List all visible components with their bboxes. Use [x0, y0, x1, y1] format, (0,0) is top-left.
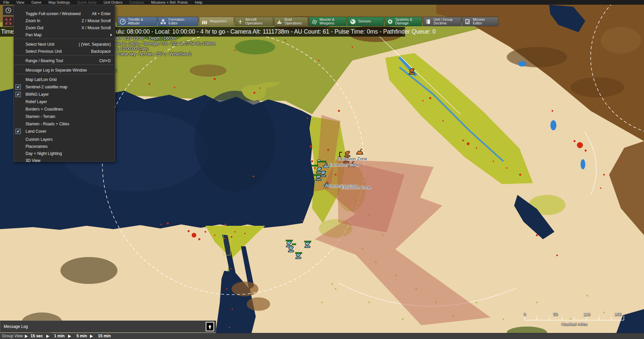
time-speed-15-min[interactable]: 15 min: [98, 333, 111, 339]
unit-marker-dish[interactable]: [316, 166, 322, 173]
claws-icon: [311, 18, 317, 25]
toolbar-button-label: AircraftOperations: [245, 18, 262, 26]
speed-arrow-icon[interactable]: [46, 335, 49, 338]
unit-status-bar: [313, 174, 319, 176]
time-compression-bar: Group View 15 sec1 min5 min15 min: [0, 333, 644, 339]
map-info-line: 40", E27°12'38" - Depth: -1603m: [116, 36, 177, 41]
message-log-expand-button[interactable]: [206, 322, 214, 331]
menu-item-label: Select Previous Unit: [26, 48, 62, 55]
boat-icon: [276, 18, 283, 25]
view-menu-item-3d-view[interactable]: 3D View: [14, 157, 115, 164]
toolbar-button-sensors[interactable]: Sensors: [347, 17, 384, 26]
view-menu-item-bmng-layer[interactable]: ✔BMNG Layer: [14, 91, 115, 98]
view-menu-item-zoom-out[interactable]: Zoom OutX / Mouse Scroll: [14, 25, 115, 32]
speed-arrow-icon[interactable]: [68, 335, 71, 338]
menu-item-shortcut: Ctrl+D: [99, 57, 111, 65]
menu-item-shortcut: Backspace: [91, 48, 111, 55]
menu-item-shortcut: X / Mouse Scroll: [82, 25, 111, 32]
unit-marker-dish[interactable]: [320, 170, 326, 177]
speed-arrow-icon[interactable]: [25, 335, 28, 338]
view-menu-item-placenames[interactable]: Placenames: [14, 143, 115, 150]
menubar-item-help[interactable]: Help: [195, 0, 202, 4]
clock-button[interactable]: [3, 5, 14, 15]
toolbar-button-label: Magazines: [210, 19, 227, 24]
center-view-button[interactable]: [3, 16, 14, 27]
unit-status-bar: [292, 244, 296, 245]
view-menu-item-custom-layers[interactable]: Custom Layers: [14, 136, 115, 143]
menubar-item-contacts: Contacts: [130, 0, 144, 4]
menu-item-label: Custom Layers: [26, 136, 53, 143]
menubar-item-map-settings[interactable]: Map Settings: [48, 0, 70, 4]
clock-icon: [5, 7, 12, 14]
unit-marker-mound[interactable]: [356, 149, 363, 154]
unit-marker-dish[interactable]: [409, 68, 415, 74]
unit-marker-flag[interactable]: [317, 160, 320, 165]
view-menu-item-borders-coastlines[interactable]: Borders + Coastlines: [14, 106, 115, 113]
time-speed-1-min[interactable]: 1 min: [54, 333, 64, 339]
status-time-label: Time: [1, 27, 13, 37]
exclusion-zone-label: Exclusion Zone: [337, 156, 367, 161]
menu-item-label: Placenames: [26, 143, 48, 150]
menu-item-label: Pan Map: [26, 32, 42, 39]
group-view-label[interactable]: Group View: [2, 333, 23, 339]
toolbar-button-boat-operations[interactable]: BoatOperations: [274, 17, 308, 26]
menubar-item-file[interactable]: File: [3, 0, 9, 4]
view-menu-item-map-latlon-grid[interactable]: Map Lat/Lon Grid: [14, 76, 115, 83]
unit-status-bar: [304, 241, 311, 242]
map-info-line: 5m to -162m - Strength: 0.5 - CZs at 27-…: [116, 41, 215, 46]
menu-separator: [14, 65, 114, 65]
menu-item-shortcut: | (Vert. Separator): [79, 41, 111, 48]
message-log-title: Message Log: [4, 321, 28, 332]
menubar-item-game[interactable]: Game: [31, 0, 41, 4]
menu-item-shortcut: Z / Mouse Scroll: [82, 17, 111, 25]
unit-status-bar: [311, 165, 318, 166]
view-menu-item-relief-layer[interactable]: Relief Layer: [14, 98, 115, 105]
menu-item-label: Day + Night Lighting: [26, 150, 62, 157]
view-menu-item-pan-map[interactable]: Pan Map: [14, 32, 115, 39]
toolbar-button-label: Mounts &Weapons: [319, 18, 334, 26]
toolbar-button-mission-editor[interactable]: MissionEditor: [462, 17, 498, 26]
view-menu-item-day-night-lighting[interactable]: Day + Night Lighting: [14, 150, 115, 157]
message-log-bar[interactable]: Message Log: [0, 321, 216, 333]
app-window: Exclusion ZoneExclusion ZoneExclusion Zo…: [0, 0, 644, 339]
view-menu-item-zoom-in[interactable]: Zoom InZ / Mouse Scroll: [14, 17, 115, 25]
exclusion-zone-label: Exclusion Zone: [341, 185, 371, 190]
toolbar-button-unit-group-doctrine[interactable]: Unit / GroupDoctrine: [423, 17, 461, 26]
toolbar-button-systems-damage[interactable]: Systems &Damage: [385, 17, 422, 26]
time-speed-5-min[interactable]: 5 min: [77, 333, 87, 339]
view-menu-item-range-bearing-tool[interactable]: Range / Bearing ToolCtrl+D: [14, 57, 115, 65]
toolbar-button-aircraft-operations[interactable]: AircraftOperations: [235, 17, 273, 26]
view-menu-item-sentinel2-satellite-map[interactable]: ✔Sentinel-2 satellite map: [14, 84, 115, 91]
menu-item-label: Sentinel-2 satellite map: [26, 84, 67, 91]
menubar: FileViewGameMap SettingsQuick JumpUnit O…: [0, 0, 644, 5]
time-speed-15-sec[interactable]: 15 sec: [31, 333, 43, 339]
view-menu-item-select-next-unit[interactable]: Select Next Unit| (Vert. Separator): [14, 41, 115, 48]
view-menu-item-stamen-roads-cities[interactable]: Stamen - Roads + Cities: [14, 121, 115, 128]
toolbar-button-formation-editor[interactable]: FormationEditor: [158, 17, 198, 26]
toolbar-button-mounts-weapons[interactable]: Mounts &Weapons: [309, 17, 347, 26]
doctrine-icon: [425, 18, 432, 25]
menubar-item-unit-orders[interactable]: Unit Orders: [104, 0, 122, 4]
unit-status-bar: [286, 240, 293, 241]
menubar-item-missions-ref-points[interactable]: Missions + Ref. Points: [151, 0, 188, 4]
menu-item-label: Land Cover: [26, 128, 46, 135]
mission-icon: [464, 18, 471, 25]
submenu-arrow-icon: [110, 34, 112, 36]
toolbar-button-magazines[interactable]: Magazines: [199, 17, 234, 26]
menu-item-label: Stamen - Roads + Cities: [26, 121, 69, 128]
menu-item-label: Relief Layer: [26, 98, 47, 105]
menu-separator: [14, 74, 114, 74]
menu-item-label: Borders + Coastlines: [26, 106, 63, 113]
speed-arrow-icon[interactable]: [90, 335, 93, 338]
view-menu-item-toggle-fullscreen[interactable]: Toggle Full-screen / WindowedAlt + Enter: [14, 10, 115, 17]
unit-marker-boat[interactable]: [323, 162, 330, 168]
menu-item-label: Toggle Full-screen / Windowed: [26, 10, 81, 17]
menubar-item-view[interactable]: View: [16, 0, 24, 4]
view-menu-item-message-log-separate-window[interactable]: Message Log in Separate Window: [14, 67, 115, 74]
view-menu-item-stamen-terrain[interactable]: Stamen - Terrain: [14, 113, 115, 120]
view-menu-item-land-cover[interactable]: ✔Land Cover: [14, 128, 115, 135]
menu-item-label: BMNG Layer: [26, 91, 49, 98]
toolbar-button-throttle-altitude[interactable]: Throttle &Altitude: [117, 17, 157, 26]
view-menu-item-select-previous-unit[interactable]: Select Previous UnitBackspace: [14, 48, 115, 55]
scale-tick-label: 0: [523, 312, 526, 317]
